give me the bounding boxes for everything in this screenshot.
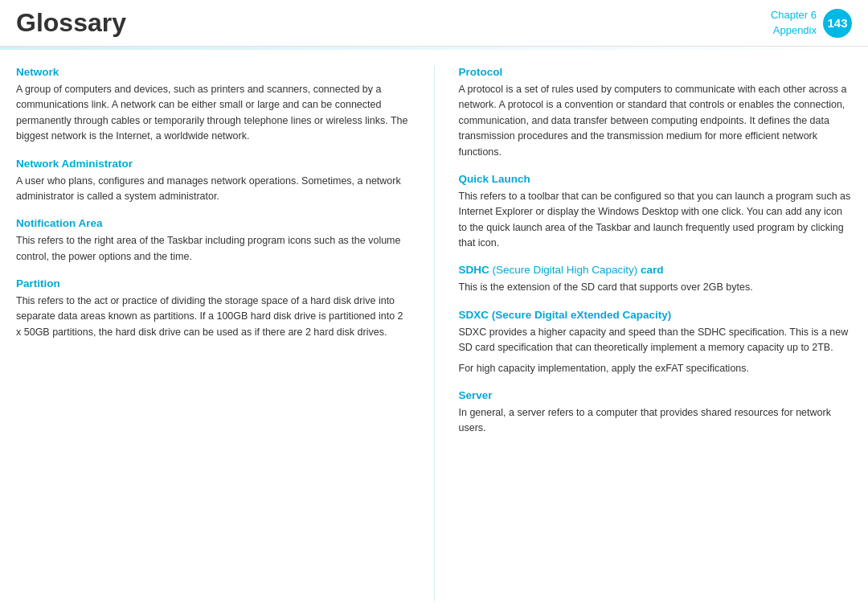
entry-network-admin: Network Administrator A user who plans, … bbox=[16, 158, 410, 205]
term-quick-launch: Quick Launch bbox=[459, 173, 853, 185]
term-network-admin: Network Administrator bbox=[16, 158, 410, 170]
def-network: A group of computers and devices, such a… bbox=[16, 82, 410, 145]
def-notification-area: This refers to the right area of the Tas… bbox=[16, 233, 410, 265]
entry-server: Server In general, a server refers to a … bbox=[459, 389, 853, 437]
header-right: Chapter 6 Appendix 143 bbox=[771, 8, 852, 37]
term-sdhc-bold2: card bbox=[641, 264, 664, 276]
term-sdhc-normal: (Secure Digital High Capacity) bbox=[489, 264, 641, 276]
entry-protocol: Protocol A protocol is a set of rules us… bbox=[459, 66, 853, 160]
term-sdxc: SDXC (Secure Digital eXtended Capacity) bbox=[459, 309, 853, 321]
def-quick-launch: This refers to a toolbar that can be con… bbox=[459, 189, 853, 252]
page-number-badge: 143 bbox=[823, 9, 852, 38]
page-title: Glossary bbox=[16, 8, 126, 38]
entry-notification-area: Notification Area This refers to the rig… bbox=[16, 217, 410, 265]
term-partition: Partition bbox=[16, 277, 410, 290]
term-protocol: Protocol bbox=[459, 66, 853, 78]
column-divider bbox=[434, 66, 435, 602]
term-network: Network bbox=[16, 66, 410, 78]
def-protocol: A protocol is a set of rules used by com… bbox=[459, 82, 853, 160]
term-notification-area: Notification Area bbox=[16, 217, 410, 229]
term-sdhc-bold: SDHC bbox=[459, 264, 489, 276]
def-sdxc-2: For high capacity implementation, apply … bbox=[459, 361, 853, 376]
left-column: Network A group of computers and devices… bbox=[16, 66, 410, 602]
content-area: Network A group of computers and devices… bbox=[0, 50, 868, 610]
def-network-admin: A user who plans, configures and manages… bbox=[16, 174, 410, 205]
entry-quick-launch: Quick Launch This refers to a toolbar th… bbox=[459, 173, 853, 252]
page-header: Glossary Chapter 6 Appendix 143 bbox=[0, 0, 868, 47]
term-server: Server bbox=[459, 389, 853, 401]
def-server: In general, a server refers to a compute… bbox=[459, 405, 853, 437]
entry-network: Network A group of computers and devices… bbox=[16, 66, 410, 145]
def-sdxc-1: SDXC provides a higher capacity and spee… bbox=[459, 325, 853, 356]
right-column: Protocol A protocol is a set of rules us… bbox=[459, 66, 853, 602]
def-sdhc: This is the extension of the SD card tha… bbox=[459, 280, 853, 295]
chapter-label: Chapter 6 Appendix bbox=[771, 8, 817, 37]
entry-sdxc: SDXC (Secure Digital eXtended Capacity) … bbox=[459, 309, 853, 376]
entry-sdhc: SDHC (Secure Digital High Capacity) card… bbox=[459, 264, 853, 295]
def-partition: This refers to the act or practice of di… bbox=[16, 294, 410, 340]
term-sdhc: SDHC (Secure Digital High Capacity) card bbox=[459, 264, 853, 276]
entry-partition: Partition This refers to the act or prac… bbox=[16, 277, 410, 340]
